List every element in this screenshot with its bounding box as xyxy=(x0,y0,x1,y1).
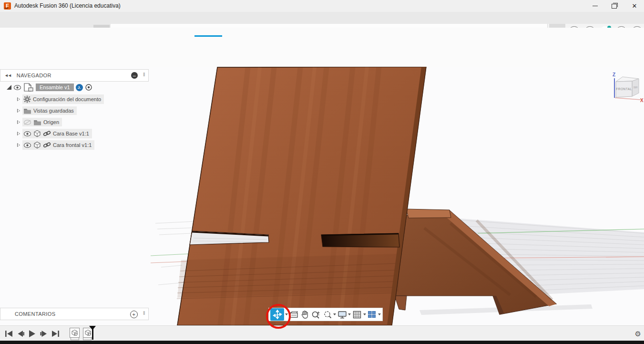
visibility-eye-icon[interactable] xyxy=(23,131,31,137)
zoom-window-caret[interactable] xyxy=(333,313,336,315)
comments-title: COMENTARIOS xyxy=(15,311,55,317)
collaborator-badge: J. xyxy=(76,84,83,91)
viewcube[interactable]: FRONTAL DER Z X xyxy=(610,71,644,103)
ribbon-tab-row: SOLIDO SUPERFICIE MALLA CHAPA PLÁSTICO U… xyxy=(0,28,644,37)
navigator-collapse-button[interactable]: – xyxy=(131,72,138,79)
collapsed-triangle-icon[interactable] xyxy=(17,109,20,113)
close-button[interactable]: ✕ xyxy=(625,0,644,12)
root-component-label[interactable]: Ensamble v1 xyxy=(36,83,74,91)
timeline-component-item[interactable] xyxy=(70,328,80,338)
tree-label: Vistas guardadas xyxy=(33,108,74,114)
component-cube-icon xyxy=(33,141,41,149)
collapsed-triangle-icon[interactable] xyxy=(17,120,20,125)
application-toolbar: ↶ ↷ Ensamble v1* ✕ + ? JT xyxy=(0,12,644,28)
link-icon xyxy=(43,130,51,137)
minimize-button[interactable] xyxy=(585,0,604,12)
step-forward-button[interactable] xyxy=(40,330,47,337)
comments-header[interactable]: COMENTARIOS + ‖ xyxy=(0,308,149,320)
expand-triangle-icon[interactable] xyxy=(7,85,11,90)
window-title: Autodesk Fusion 360 (Licencia educativa) xyxy=(14,2,121,9)
navigator-collapse-icon[interactable]: ◄◄ xyxy=(4,73,11,78)
fusion360-window: F Autodesk Fusion 360 (Licencia educativ… xyxy=(0,0,644,344)
pan-hand-icon[interactable] xyxy=(300,309,310,320)
bottom-edge-strip xyxy=(0,341,644,344)
timeline-bar: ⚙ xyxy=(0,325,644,341)
component-document-icon xyxy=(23,83,34,92)
timeline-settings-gear-icon[interactable]: ⚙ xyxy=(635,330,641,338)
collapsed-triangle-icon[interactable] xyxy=(17,97,20,102)
comments-grip[interactable]: ‖ xyxy=(143,310,145,316)
tree-row-cara-base[interactable]: Cara Base v1:1 xyxy=(17,128,92,139)
tree-row-root[interactable]: Ensamble v1 J. xyxy=(7,82,92,93)
collapsed-triangle-icon[interactable] xyxy=(17,132,20,136)
skip-to-end-button[interactable] xyxy=(51,330,60,337)
folder-icon xyxy=(23,107,31,114)
viewports-caret[interactable] xyxy=(378,313,381,315)
gear-icon xyxy=(23,95,31,103)
tree-label: Origen xyxy=(43,119,59,125)
viewcube-x-axis xyxy=(615,98,641,100)
viewcube-front-label: FRONTAL xyxy=(616,87,632,91)
timeline-playback-controls xyxy=(5,330,60,338)
display-settings-icon[interactable] xyxy=(337,309,347,320)
title-bar: F Autodesk Fusion 360 (Licencia educativ… xyxy=(0,0,644,12)
ribbon-toolbar: DISEÑO xyxy=(0,37,644,67)
component-cube-icon xyxy=(33,130,41,137)
viewcube-right-label: DER xyxy=(634,86,638,89)
step-back-button[interactable] xyxy=(17,330,24,337)
grid-settings-icon[interactable] xyxy=(352,309,362,320)
viewports-icon[interactable] xyxy=(367,309,377,320)
visibility-off-eye-icon[interactable] xyxy=(23,119,31,125)
front-board-right-slot xyxy=(321,233,399,247)
zoom-window-icon[interactable] xyxy=(322,309,332,320)
collapsed-triangle-icon[interactable] xyxy=(17,143,20,147)
tree-label: Configuración del documento xyxy=(33,96,101,102)
grid-settings-caret[interactable] xyxy=(363,313,366,315)
timeline-group-bracket xyxy=(71,338,79,340)
tree-label: Cara frontal v1:1 xyxy=(53,142,92,148)
maximize-button[interactable] xyxy=(604,0,624,12)
tree-row-doc-settings[interactable]: Configuración del documento xyxy=(17,94,104,104)
activate-component-icon[interactable] xyxy=(85,83,92,91)
viewcube-x-label: X xyxy=(640,98,644,103)
annotation-red-circle xyxy=(266,304,291,329)
viewport-canvas[interactable] xyxy=(0,67,644,325)
tree-row-saved-views[interactable]: Vistas guardadas xyxy=(17,105,77,116)
fusion-logo-icon: F xyxy=(4,2,11,10)
add-comment-icon[interactable]: + xyxy=(130,311,138,318)
zoom-icon[interactable] xyxy=(311,309,321,320)
visibility-eye-icon[interactable] xyxy=(13,84,21,91)
skip-to-start-button[interactable] xyxy=(5,330,13,337)
navigator-grip[interactable]: ‖ xyxy=(143,72,145,77)
play-button[interactable] xyxy=(29,330,36,338)
display-settings-caret[interactable] xyxy=(348,313,351,315)
tree-row-cara-frontal[interactable]: Cara frontal v1:1 xyxy=(17,140,94,150)
navigator-title: NAVEGADOR xyxy=(17,73,51,78)
viewcube-z-label: Z xyxy=(613,72,615,77)
tree-label: Cara Base v1:1 xyxy=(53,131,89,136)
tree-row-origin[interactable]: Origen xyxy=(17,117,62,127)
navigator-header[interactable]: ◄◄ NAVEGADOR – ‖ xyxy=(0,69,149,82)
timeline-position-marker[interactable] xyxy=(89,326,96,340)
front-board[interactable] xyxy=(177,67,426,325)
link-icon xyxy=(43,142,51,148)
visibility-eye-icon[interactable] xyxy=(23,142,31,148)
folder-icon xyxy=(33,119,41,125)
